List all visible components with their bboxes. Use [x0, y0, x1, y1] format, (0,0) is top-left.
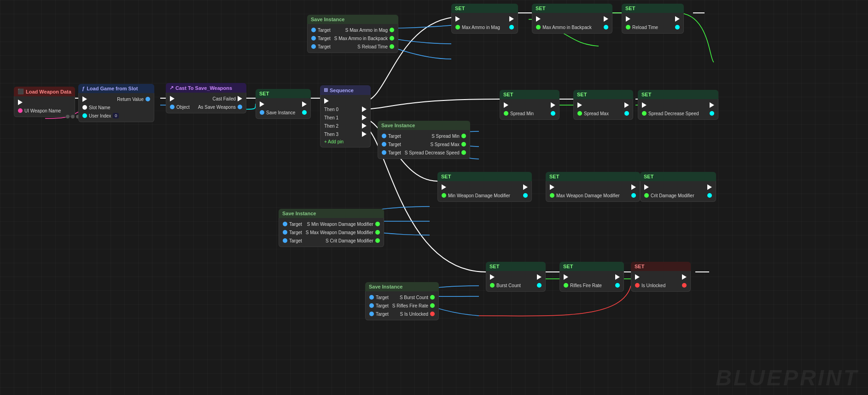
ui-weapon-row: UI Weapon Name [14, 106, 75, 115]
set-reload-node: SET Reload Time [622, 4, 684, 34]
set-max-ammo-backpack-node: SET Max Ammo in Backpack [532, 4, 612, 34]
set-maxdmg-header: SET [546, 172, 640, 181]
save-burst-label: Save Instance [369, 284, 402, 289]
set-crit-in [644, 184, 649, 190]
set-mab-val-out [604, 25, 608, 29]
set-reload-body: Reload Time [622, 13, 684, 34]
wires-layer [0, 0, 868, 395]
set-sdec-in [642, 102, 647, 108]
sequence-label: Sequence [330, 88, 354, 93]
lg-return-pin [146, 97, 150, 101]
seq-then0-row: Then 0 [320, 105, 370, 113]
dot1 [66, 115, 70, 118]
set-smin-val: Spread Min [500, 109, 559, 118]
ss-smax-label: S Spread Max [430, 142, 459, 147]
sd-scrit-label: S Crit Damage Modifier [326, 238, 373, 243]
lg-slot-row: Slot Name [79, 103, 154, 112]
set-mindmg-pin [442, 193, 446, 198]
set-burst-label: Burst Count [496, 283, 521, 288]
seq-then1-row: Then 1 [320, 113, 370, 122]
set-burst-node: SET Burst Count [486, 262, 546, 292]
seq-then3-label: Then 3 [324, 132, 338, 137]
sa-target3-pin [311, 44, 316, 49]
set-reload-val: Reload Time [622, 23, 683, 31]
set-maxdmg-val: Max Weapon Damage Modifier [546, 191, 640, 200]
set-mam-val-pin [455, 25, 460, 29]
load-game-label: Load Game from Slot [87, 86, 138, 91]
set-unlocked-exec [631, 273, 690, 281]
set-sdec-header: SET [638, 90, 718, 99]
load-weapon-data-body: UI Weapon Name [14, 96, 75, 117]
sequence-header: ⊞ Sequence [320, 85, 371, 95]
ss-t3: Target S Spread Decrease Speed [378, 148, 470, 157]
sequence-node: ⊞ Sequence Then 0 Then 1 Then 2 Then 3 +… [320, 85, 371, 147]
sb-t1-label: Target [376, 295, 389, 300]
set-spread-min-node: SET Spread Min [500, 90, 559, 120]
sb-t2: Target S Rifles Fire Rate [366, 301, 438, 310]
seq-then2-row: Then 2 [320, 122, 370, 130]
sb-t2-label: Target [376, 303, 389, 308]
set-mindmg-title: SET [441, 174, 451, 179]
seq-add-pin[interactable]: + Add pin [320, 138, 370, 145]
event-icon: ⬛ [17, 88, 24, 94]
set-crit-label: Crit Damage Modifier [651, 193, 694, 198]
set-smax-exec [574, 101, 633, 109]
set-smax-title: SET [577, 92, 587, 97]
save-burst-header: Save Instance [365, 282, 439, 291]
set-crit-title: SET [644, 174, 653, 179]
ss-t2: Target S Spread Max [378, 140, 470, 148]
set-sdec-body: Spread Decrease Speed [638, 99, 718, 120]
set-rifles-body: Rifles Fire Rate [559, 271, 624, 292]
load-weapon-data-label: Load Weapon Data [26, 89, 71, 94]
set-smax-in [577, 102, 582, 108]
set-mindmg-body: Min Weapon Damage Modifier [437, 181, 532, 202]
set-smin-label: Spread Min [510, 111, 534, 116]
set-mam-val-out [509, 25, 514, 29]
seq-then1-label: Then 1 [324, 115, 338, 120]
ui-weapon-label: UI Weapon Name [24, 108, 61, 113]
set-burst-val: Burst Count [486, 281, 545, 289]
set-unlocked-header: SET [631, 262, 691, 271]
set-burst-out-pin [537, 283, 542, 288]
cast-as-pin [238, 105, 242, 109]
set-mam-out [509, 16, 514, 22]
set-main-exec-out [302, 101, 307, 107]
sd-t1: Target S Min Weapon Damage Modifier [279, 220, 384, 228]
set-mindmg-label: Min Weapon Damage Modifier [448, 193, 510, 198]
ss-t1: Target S Spread Min [378, 132, 470, 140]
set-maxdmg-pin [550, 193, 554, 198]
set-is-unlocked-node: SET Is Unlocked [631, 262, 691, 292]
set-sdec-pin [642, 111, 647, 116]
set-mab-val-pin [536, 25, 541, 29]
seq-then1-pin [362, 115, 367, 120]
set-crit-pin [644, 193, 649, 198]
set-mam-val: Max Ammo in Mag [452, 23, 518, 31]
set-max-dmg-node: SET Max Weapon Damage Modifier [546, 172, 640, 202]
ss-smin-pin [461, 134, 466, 138]
sb-sunlocked-label: S Is Unlocked [400, 312, 428, 317]
set-burst-body: Burst Count [486, 271, 546, 292]
set-maxdmg-out [631, 184, 636, 190]
sd-t2-pin [283, 230, 287, 235]
exec-out-pin [18, 100, 23, 105]
sa-sreload-label: S Reload Time [357, 44, 388, 49]
set-sdec-out [710, 102, 714, 108]
lg-exec-in [82, 96, 87, 102]
set-main-out-pin [302, 110, 307, 115]
set-reload-header: SET [622, 4, 684, 13]
set-main-save-label: Save Instance [266, 110, 295, 115]
set-smin-out [551, 102, 555, 108]
sd-t2: Target S Max Weapon Damage Modifier [279, 228, 384, 236]
set-mab-in [536, 16, 541, 22]
sb-t1: Target S Burst Count [366, 293, 438, 301]
set-main-save-row: Save Instance [256, 108, 310, 117]
cast-failed-pin [238, 96, 242, 101]
set-mab-header: SET [532, 4, 612, 13]
set-maxdmg-title: SET [549, 174, 559, 179]
set-rifles-node: SET Rifles Fire Rate [559, 262, 624, 292]
set-mam-exec [452, 15, 518, 23]
ss-sdec-pin [461, 150, 466, 155]
lg-return-label: Return Value [117, 97, 144, 102]
set-reload-title: SET [625, 6, 635, 11]
connector-dots [66, 115, 80, 118]
